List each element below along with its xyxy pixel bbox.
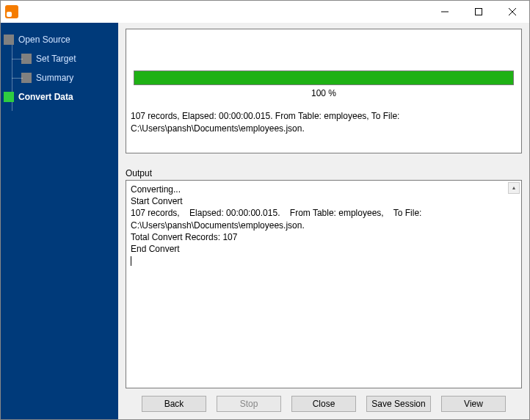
output-log-text: Converting... Start Convert 107 records,… xyxy=(131,184,424,254)
step-indicator-icon xyxy=(4,35,14,45)
close-window-button[interactable] xyxy=(495,1,529,23)
step-indicator-icon xyxy=(21,54,32,64)
close-button[interactable]: Close xyxy=(291,396,356,412)
maximize-button[interactable] xyxy=(462,1,495,23)
text-caret xyxy=(131,256,131,266)
progress-panel: 100 % 107 records, Elapsed: 00:00:00.015… xyxy=(126,29,522,153)
step-label: Summary xyxy=(36,73,73,83)
scroll-up-arrow-icon[interactable]: ▴ xyxy=(508,182,520,194)
status-text: 107 records, Elapsed: 00:00:00.015. From… xyxy=(131,110,517,135)
minimize-button[interactable] xyxy=(428,1,462,23)
stop-button: Stop xyxy=(217,396,281,412)
button-row: Back Stop Close Save Session View xyxy=(126,388,522,412)
save-session-button[interactable]: Save Session xyxy=(366,396,431,412)
progress-percent: 100 % xyxy=(134,88,514,98)
title-bar xyxy=(1,1,529,23)
app-icon xyxy=(5,5,18,18)
main-panel: 100 % 107 records, Elapsed: 00:00:00.015… xyxy=(118,23,529,419)
window-controls xyxy=(428,1,529,23)
view-button[interactable]: View xyxy=(441,396,506,412)
output-log[interactable]: Converting... Start Convert 107 records,… xyxy=(126,180,522,388)
step-label: Convert Data xyxy=(18,92,73,102)
svg-rect-1 xyxy=(476,9,482,15)
progress-container: 100 % xyxy=(131,70,517,103)
back-button[interactable]: Back xyxy=(142,396,206,412)
step-convert-data[interactable]: Convert Data xyxy=(4,87,115,106)
step-indicator-icon xyxy=(21,73,32,83)
body: Open Source Set Target Summary Convert D… xyxy=(1,23,529,419)
step-set-target[interactable]: Set Target xyxy=(4,49,115,68)
step-open-source[interactable]: Open Source xyxy=(4,30,115,49)
output-label: Output xyxy=(126,168,522,178)
step-label: Open Source xyxy=(18,35,70,45)
step-summary[interactable]: Summary xyxy=(4,68,115,87)
wizard-sidebar: Open Source Set Target Summary Convert D… xyxy=(1,23,118,419)
app-window: Open Source Set Target Summary Convert D… xyxy=(0,0,530,420)
step-indicator-icon xyxy=(4,92,14,102)
progress-bar xyxy=(134,70,514,85)
step-label: Set Target xyxy=(36,54,76,64)
wizard-tree: Open Source Set Target Summary Convert D… xyxy=(4,30,115,106)
